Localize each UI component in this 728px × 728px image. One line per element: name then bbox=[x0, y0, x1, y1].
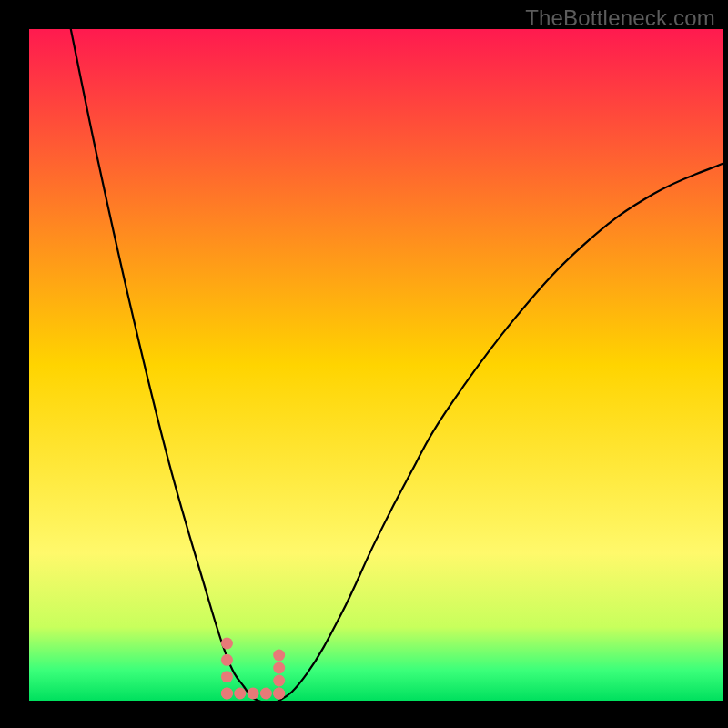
bottleneck-chart bbox=[0, 0, 728, 728]
svg-point-6 bbox=[248, 688, 259, 700]
svg-point-12 bbox=[273, 650, 285, 662]
svg-point-7 bbox=[260, 688, 272, 700]
svg-point-0 bbox=[221, 638, 233, 650]
svg-point-5 bbox=[234, 688, 246, 700]
svg-point-11 bbox=[273, 662, 285, 674]
svg-point-1 bbox=[221, 654, 233, 666]
svg-point-10 bbox=[273, 675, 285, 687]
plot-background bbox=[29, 29, 723, 701]
chart-stage: TheBottleneck.com bbox=[0, 0, 728, 728]
svg-point-2 bbox=[221, 671, 233, 682]
watermark-text: TheBottleneck.com bbox=[525, 5, 715, 31]
svg-point-4 bbox=[221, 688, 233, 700]
svg-point-9 bbox=[273, 688, 285, 700]
